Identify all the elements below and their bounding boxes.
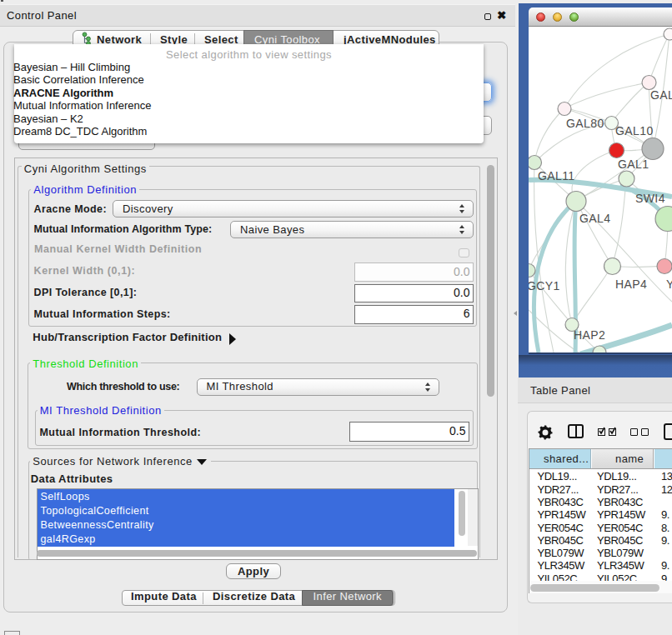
svg-text:GAL1: GAL1 <box>618 158 649 171</box>
svg-text:GAL4: GAL4 <box>579 212 610 225</box>
svg-text:GAL: GAL <box>650 88 672 102</box>
svg-text:GAL10: GAL10 <box>615 124 654 138</box>
svg-text:GAL80: GAL80 <box>566 117 604 130</box>
svg-text:SWI4: SWI4 <box>635 192 665 205</box>
svg-text:HAP2: HAP2 <box>574 328 605 342</box>
svg-text:GAL11: GAL11 <box>538 169 575 182</box>
svg-text:GCY1: GCY1 <box>529 279 560 292</box>
svg-text:Y: Y <box>666 278 672 291</box>
svg-text:HAP4: HAP4 <box>615 278 647 291</box>
